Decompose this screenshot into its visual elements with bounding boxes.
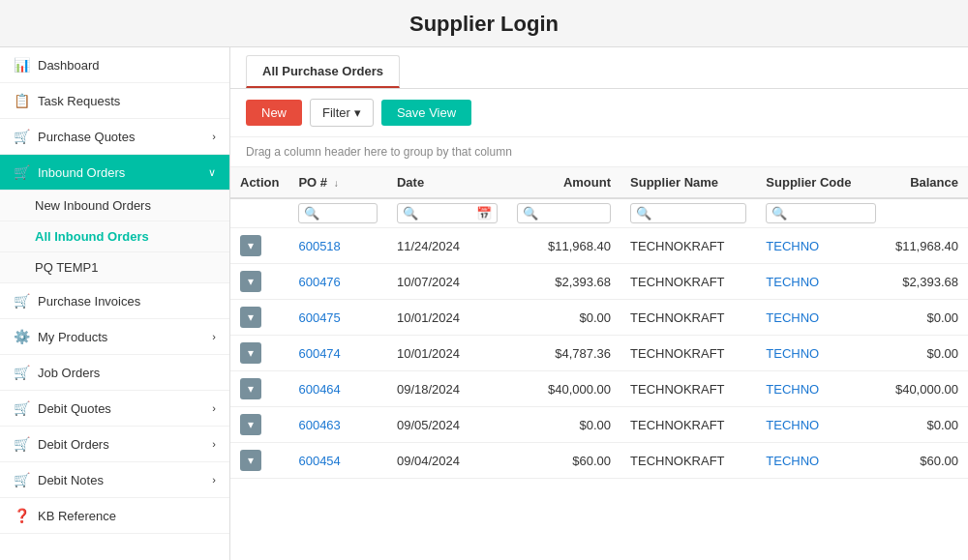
date-cell: 09/05/2024 [387, 407, 507, 443]
action-button[interactable]: ▾ [240, 450, 261, 471]
po-link[interactable]: 600463 [298, 418, 340, 432]
sidebar-item-label: Debit Quotes [38, 401, 111, 416]
search-amount-input[interactable] [538, 207, 605, 221]
toolbar: New Filter ▾ Save View [230, 89, 968, 137]
sidebar-sub-item-all-inbound-orders[interactable]: All Inbound Orders [0, 221, 229, 252]
sidebar-item-label: Inbound Orders [38, 165, 125, 180]
action-cell[interactable]: ▾ [230, 443, 288, 479]
action-button[interactable]: ▾ [240, 378, 261, 399]
search-po-input[interactable] [319, 207, 372, 221]
sidebar-sub-item-pq-temp1[interactable]: PQ TEMP1 [0, 252, 229, 283]
po-cell[interactable]: 600475 [288, 300, 387, 336]
page-title: Supplier Login [0, 12, 968, 37]
sidebar-item-label: Purchase Invoices [38, 294, 140, 309]
purchase-quotes-icon: 🛒 [14, 129, 30, 144]
supplier-code-cell[interactable]: TECHNO [756, 300, 886, 336]
action-button[interactable]: ▾ [240, 235, 261, 256]
po-link[interactable]: 600464 [298, 382, 340, 397]
search-po-cell[interactable]: 🔍 [288, 198, 387, 228]
sidebar-item-label: Job Orders [38, 366, 100, 380]
supplier-code-cell[interactable]: TECHNO [756, 336, 886, 371]
search-action-cell [230, 198, 288, 228]
sidebar-item-label: My Products [38, 330, 107, 344]
search-date-input[interactable] [418, 207, 476, 221]
action-cell[interactable]: ▾ [230, 264, 288, 300]
search-supplier-code-input[interactable] [787, 207, 870, 221]
sidebar-item-purchase-invoices[interactable]: 🛒 Purchase Invoices [0, 283, 229, 319]
search-date-cell[interactable]: 🔍 📅 [387, 198, 507, 228]
supplier-code-cell[interactable]: TECHNO [756, 228, 886, 264]
job-orders-icon: 🛒 [14, 365, 30, 380]
sidebar-item-kb-reference[interactable]: ❓ KB Reference [0, 498, 229, 534]
sidebar-item-dashboard[interactable]: 📊 Dashboard [0, 47, 229, 83]
search-supplier-name-cell[interactable]: 🔍 [620, 198, 756, 228]
sidebar-item-job-orders[interactable]: 🛒 Job Orders [0, 355, 229, 391]
po-link[interactable]: 600475 [298, 310, 340, 325]
col-amount: Amount [507, 167, 620, 198]
action-button[interactable]: ▾ [240, 414, 261, 435]
tab-bar: All Purchase Orders [230, 47, 968, 89]
tab-all-purchase-orders[interactable]: All Purchase Orders [246, 55, 400, 88]
purchase-orders-table: Action PO # ↓ Date Amount Supplier Name [230, 167, 968, 479]
debit-quotes-icon: 🛒 [14, 400, 30, 416]
filter-button[interactable]: Filter ▾ [310, 99, 374, 127]
date-cell: 09/18/2024 [387, 371, 507, 407]
po-cell[interactable]: 600454 [288, 443, 387, 479]
amount-cell: $11,968.40 [507, 228, 620, 264]
calendar-icon[interactable]: 📅 [476, 206, 492, 221]
purchase-invoices-icon: 🛒 [14, 293, 30, 309]
sidebar-sub-item-new-inbound-orders[interactable]: New Inbound Orders [0, 191, 229, 221]
supplier-code-cell[interactable]: TECHNO [756, 371, 886, 407]
po-cell[interactable]: 600518 [288, 228, 387, 264]
sidebar-item-label: Debit Orders [38, 437, 109, 452]
sidebar-item-debit-quotes[interactable]: 🛒 Debit Quotes › [0, 391, 229, 427]
save-view-button[interactable]: Save View [381, 100, 471, 126]
po-cell[interactable]: 600464 [288, 371, 387, 407]
balance-cell: $60.00 [886, 443, 968, 479]
chevron-right-icon: › [212, 131, 216, 142]
sidebar-item-debit-notes[interactable]: 🛒 Debit Notes › [0, 462, 229, 498]
action-button[interactable]: ▾ [240, 271, 261, 292]
chevron-right-icon: › [212, 474, 216, 486]
amount-cell: $0.00 [507, 407, 620, 443]
supplier-name-cell: TECHNOKRAFT [620, 336, 756, 371]
supplier-code-cell[interactable]: TECHNO [756, 264, 886, 300]
main-content: All Purchase Orders New Filter ▾ Save Vi… [230, 47, 968, 560]
po-link[interactable]: 600476 [298, 275, 340, 289]
action-button[interactable]: ▾ [240, 342, 261, 364]
col-po[interactable]: PO # ↓ [288, 167, 387, 198]
action-cell[interactable]: ▾ [230, 300, 288, 336]
sidebar-item-my-products[interactable]: ⚙️ My Products › [0, 319, 229, 355]
po-cell[interactable]: 600476 [288, 264, 387, 300]
action-cell[interactable]: ▾ [230, 371, 288, 407]
po-cell[interactable]: 600474 [288, 336, 387, 371]
action-cell[interactable]: ▾ [230, 407, 288, 443]
po-link[interactable]: 600474 [298, 346, 340, 361]
po-cell[interactable]: 600463 [288, 407, 387, 443]
table-row: ▾ 600463 09/05/2024 $0.00 TECHNOKRAFT TE… [230, 407, 968, 443]
supplier-code-cell[interactable]: TECHNO [756, 407, 886, 443]
sort-icon: ↓ [334, 178, 339, 189]
po-link[interactable]: 600454 [298, 454, 340, 468]
dashboard-icon: 📊 [14, 57, 30, 73]
search-supplier-name-input[interactable] [651, 207, 741, 221]
sidebar-item-label: Debit Notes [38, 473, 104, 487]
new-button[interactable]: New [246, 100, 302, 126]
sidebar-item-inbound-orders[interactable]: 🛒 Inbound Orders ∨ [0, 155, 229, 191]
search-icon: 🔍 [636, 206, 651, 221]
search-supplier-code-cell[interactable]: 🔍 [756, 198, 886, 228]
po-link[interactable]: 600518 [298, 239, 340, 253]
sidebar-item-task-requests[interactable]: 📋 Task Requests [0, 83, 229, 119]
table-row: ▾ 600518 11/24/2024 $11,968.40 TECHNOKRA… [230, 228, 968, 264]
sidebar-item-debit-orders[interactable]: 🛒 Debit Orders › [0, 427, 229, 462]
sidebar-item-purchase-quotes[interactable]: 🛒 Purchase Quotes › [0, 119, 229, 155]
supplier-code-cell[interactable]: TECHNO [756, 443, 886, 479]
action-cell[interactable]: ▾ [230, 336, 288, 371]
chevron-right-icon: › [212, 331, 216, 342]
action-button[interactable]: ▾ [240, 307, 261, 328]
action-cell[interactable]: ▾ [230, 228, 288, 264]
balance-cell: $2,393.68 [886, 264, 968, 300]
chevron-down-icon: ▾ [354, 105, 361, 120]
search-amount-cell[interactable]: 🔍 [507, 198, 620, 228]
search-row: 🔍 🔍 📅 🔍 [230, 198, 968, 228]
